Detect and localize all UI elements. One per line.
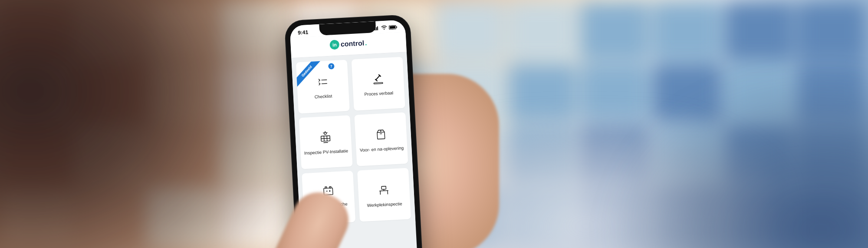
svg-line-17 (324, 136, 324, 141)
svg-rect-24 (325, 186, 327, 188)
tile-label: Keuring elektrische installatie (307, 201, 352, 214)
tile-checklist[interactable]: Gedeeld 7 Checklist (296, 60, 350, 114)
svg-point-11 (324, 132, 326, 134)
svg-rect-2 (376, 27, 377, 30)
svg-rect-6 (390, 26, 395, 29)
svg-rect-29 (381, 186, 386, 189)
svg-rect-3 (377, 26, 378, 30)
svg-point-4 (384, 29, 385, 30)
gavel-icon (370, 71, 386, 87)
tile-label: Proces verbaal (364, 90, 393, 97)
svg-line-14 (327, 132, 328, 133)
battery-icon (389, 24, 398, 31)
app-logo: in control. (329, 38, 367, 50)
svg-rect-23 (324, 188, 333, 195)
tile-keuring-elektrisch[interactable]: Keuring elektrische installatie (302, 171, 355, 225)
checklist-icon (314, 73, 331, 90)
logo-text: control (340, 39, 364, 48)
battery-device-icon (320, 182, 336, 198)
status-icons (373, 24, 398, 32)
tile-werkplekinspectie[interactable]: Werkplekinspectie (357, 168, 411, 222)
svg-line-19 (323, 142, 328, 143)
notification-badge: 7 (328, 63, 335, 69)
svg-line-18 (327, 136, 327, 141)
desk-icon (376, 182, 392, 198)
tile-label: Inspectie PV-Installatie (304, 148, 349, 156)
tile-label: Werkplekinspectie (367, 201, 402, 208)
person-leg-blur (608, 74, 868, 248)
phone-frame: 9:41 in control. (284, 14, 423, 248)
wifi-icon (381, 25, 388, 32)
box-icon (373, 126, 389, 143)
svg-line-31 (379, 190, 388, 191)
svg-rect-25 (329, 186, 331, 188)
svg-rect-20 (377, 132, 385, 139)
phone-screen: 9:41 in control. (289, 20, 418, 248)
phone: 9:41 in control. (284, 14, 423, 248)
tile-oplevering[interactable]: Voor- en na-oplevering (354, 112, 408, 166)
status-time: 9:41 (298, 29, 309, 36)
tile-label: Voor- en na-oplevering (360, 145, 404, 153)
logo-badge-icon: in (329, 40, 339, 50)
logo-dot: . (365, 39, 367, 47)
tile-grid: Gedeeld 7 Checklist Proces verbaal (291, 52, 415, 229)
tile-label: Checklist (314, 93, 332, 100)
person-shoulder-blur (0, 0, 304, 248)
svg-line-8 (321, 80, 327, 80)
svg-rect-7 (396, 26, 397, 28)
tile-inspectie-pv[interactable]: Inspectie PV-Installatie (299, 115, 353, 169)
svg-line-16 (321, 138, 330, 139)
solar-panel-icon (317, 129, 334, 145)
svg-rect-10 (374, 83, 383, 84)
tile-proces-verbaal[interactable]: Proces verbaal (352, 57, 405, 111)
svg-line-13 (323, 132, 324, 133)
svg-line-9 (322, 83, 327, 84)
